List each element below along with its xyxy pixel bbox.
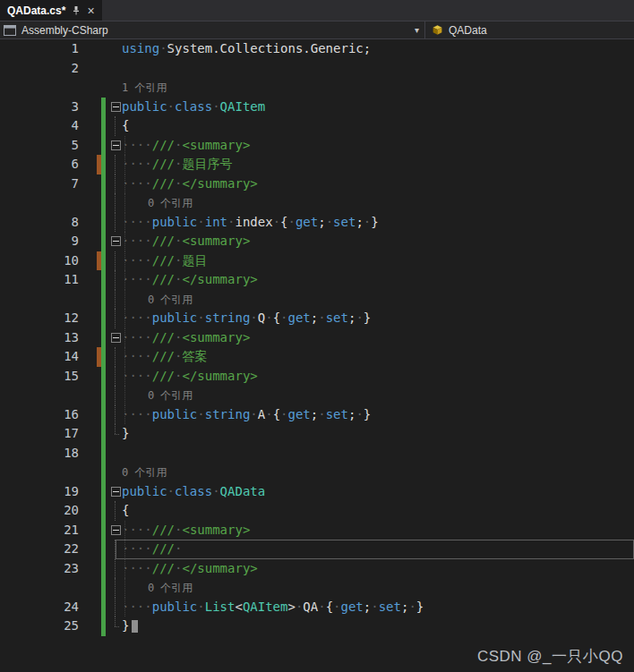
line-number[interactable] <box>0 386 79 405</box>
code-line[interactable]: 19public·class·QAData <box>0 482 634 502</box>
code-text[interactable]: ····public·string·A·{·get;·set;·} <box>121 405 634 425</box>
code-text[interactable]: public·class·QAData <box>121 482 634 502</box>
codelens-link[interactable]: 0 个引用 <box>122 293 193 306</box>
codelens-text[interactable]: 0 个引用 <box>121 578 634 598</box>
line-number[interactable]: 21 <box>0 521 79 540</box>
line-number[interactable]: 8 <box>0 213 79 233</box>
code-line[interactable]: 25} <box>0 617 634 636</box>
codelens-text[interactable]: 0 个引用 <box>121 290 634 310</box>
line-number[interactable]: 14 <box>0 347 79 367</box>
code-line[interactable]: 24····public·List<QAItem>·QA·{·get;·set;… <box>0 598 634 617</box>
line-number[interactable]: 24 <box>0 598 79 617</box>
code-line[interactable]: 1using·System.Collections.Generic; <box>0 39 634 59</box>
code-text[interactable] <box>121 444 634 464</box>
code-line[interactable]: 4{ <box>0 116 634 136</box>
close-icon[interactable]: × <box>87 4 94 17</box>
line-number[interactable]: 4 <box>0 116 79 136</box>
code-line[interactable]: 2 <box>0 59 634 79</box>
pin-icon[interactable] <box>72 5 81 15</box>
codelens-text[interactable]: 1 个引用 <box>121 78 634 98</box>
code-text[interactable]: ····///·</summary> <box>121 270 634 290</box>
codelens-link[interactable]: 0 个引用 <box>122 389 193 402</box>
codelens-text[interactable]: 0 个引用 <box>121 193 634 213</box>
code-line[interactable]: 13····///·<summary> <box>0 328 634 348</box>
codelens-link[interactable]: 1 个引用 <box>122 81 167 94</box>
line-number[interactable]: 7 <box>0 174 79 194</box>
fold-toggle[interactable] <box>109 482 121 502</box>
code-line[interactable]: 6····///·题目序号 <box>0 155 634 174</box>
line-number[interactable]: 16 <box>0 405 79 425</box>
line-number[interactable]: 13 <box>0 328 79 348</box>
codelens-row[interactable]: 0 个引用 <box>0 193 634 213</box>
code-text[interactable]: ····///· <box>121 540 634 559</box>
tab-qadata[interactable]: QAData.cs* × <box>0 0 102 21</box>
fold-toggle[interactable] <box>109 232 121 251</box>
code-text[interactable]: { <box>121 116 634 136</box>
code-text[interactable]: ····///·</summary> <box>121 367 634 387</box>
line-number[interactable]: 5 <box>0 136 79 156</box>
code-line[interactable]: 22····///· <box>0 540 634 559</box>
chevron-down-icon[interactable]: ▾ <box>415 25 419 35</box>
code-line[interactable]: 16····public·string·A·{·get;·set;·} <box>0 405 634 425</box>
code-text[interactable]: ····///·题目 <box>121 251 634 271</box>
code-line[interactable]: 17} <box>0 424 634 444</box>
line-number[interactable]: 15 <box>0 367 79 387</box>
code-text[interactable]: ····///·题目序号 <box>121 155 634 174</box>
fold-toggle[interactable] <box>109 521 121 540</box>
line-number[interactable] <box>0 463 79 482</box>
code-text[interactable]: public·class·QAItem <box>121 98 634 117</box>
code-line[interactable]: 8····public·int·index·{·get;·set;·} <box>0 213 634 233</box>
line-number[interactable]: 1 <box>0 39 79 59</box>
codelens-row[interactable]: 0 个引用 <box>0 290 634 310</box>
line-number[interactable] <box>0 290 79 310</box>
codelens-text[interactable]: 0 个引用 <box>121 386 634 405</box>
fold-toggle[interactable] <box>109 328 121 348</box>
codelens-row[interactable]: 0 个引用 <box>0 463 634 482</box>
code-line[interactable]: 7····///·</summary> <box>0 174 634 194</box>
member-dropdown[interactable]: QAData <box>425 24 487 37</box>
line-number[interactable]: 19 <box>0 482 79 502</box>
fold-toggle[interactable] <box>109 136 121 156</box>
code-text[interactable]: ····///·答案 <box>121 347 634 367</box>
line-number[interactable]: 2 <box>0 59 79 79</box>
line-number[interactable]: 18 <box>0 444 79 464</box>
code-text[interactable]: { <box>121 501 634 521</box>
code-text[interactable]: ····public·List<QAItem>·QA·{·get;·set;·} <box>121 598 634 617</box>
code-text[interactable]: ····///·<summary> <box>121 232 634 251</box>
code-text[interactable]: ····public·string·Q·{·get;·set;·} <box>121 309 634 328</box>
code-text[interactable]: ····///·</summary> <box>121 174 634 194</box>
code-line[interactable]: 12····public·string·Q·{·get;·set;·} <box>0 309 634 328</box>
codelens-row[interactable]: 0 个引用 <box>0 578 634 598</box>
codelens-text[interactable]: 0 个引用 <box>121 463 634 482</box>
line-number[interactable]: 20 <box>0 501 79 521</box>
codelens-row[interactable]: 1 个引用 <box>0 78 634 98</box>
line-number[interactable]: 23 <box>0 559 79 579</box>
line-number[interactable]: 6 <box>0 155 79 174</box>
code-text[interactable]: using·System.Collections.Generic; <box>121 39 634 59</box>
code-line[interactable]: 23····///·</summary> <box>0 559 634 579</box>
line-number[interactable]: 10 <box>0 251 79 271</box>
code-line[interactable]: 15····///·</summary> <box>0 367 634 387</box>
code-line[interactable]: 20{ <box>0 501 634 521</box>
code-text[interactable]: ····public·int·index·{·get;·set;·} <box>121 213 634 233</box>
code-text[interactable]: } <box>121 617 634 636</box>
code-line[interactable]: 11····///·</summary> <box>0 270 634 290</box>
line-number[interactable]: 12 <box>0 309 79 328</box>
code-text[interactable] <box>121 59 634 79</box>
line-number[interactable]: 11 <box>0 270 79 290</box>
code-line[interactable]: 21····///·<summary> <box>0 521 634 540</box>
code-text[interactable]: ····///·</summary> <box>121 559 634 579</box>
line-number[interactable]: 22 <box>0 540 79 559</box>
project-dropdown[interactable]: Assembly-CSharp ▾ <box>0 21 425 38</box>
line-number[interactable] <box>0 578 79 598</box>
code-line[interactable]: 5····///·<summary> <box>0 136 634 156</box>
line-number[interactable] <box>0 78 79 98</box>
code-line[interactable]: 18 <box>0 444 634 464</box>
codelens-row[interactable]: 0 个引用 <box>0 386 634 405</box>
code-line[interactable]: 10····///·题目 <box>0 251 634 271</box>
code-line[interactable]: 9····///·<summary> <box>0 232 634 251</box>
codelens-link[interactable]: 0 个引用 <box>122 197 193 209</box>
line-number[interactable]: 17 <box>0 424 79 444</box>
line-number[interactable]: 3 <box>0 98 79 117</box>
line-number[interactable] <box>0 193 79 213</box>
